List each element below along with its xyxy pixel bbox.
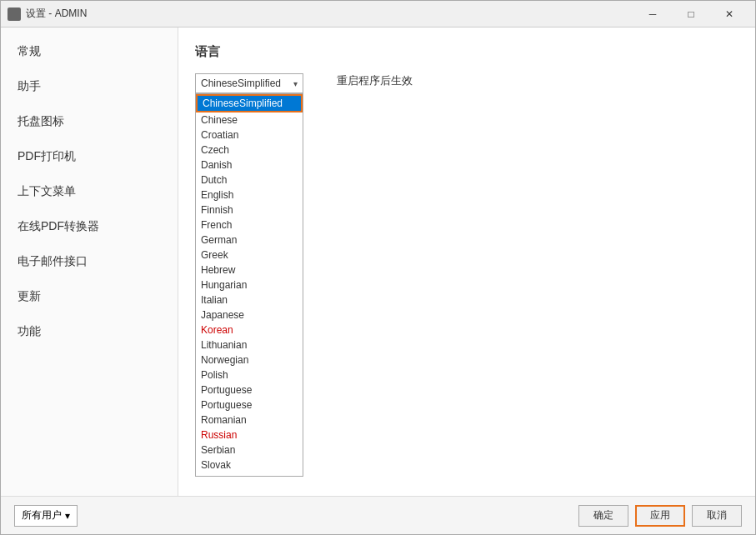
language-dropdown-button[interactable]: ChineseSimplified ▾ — [195, 73, 303, 93]
sidebar-item-tray-icon[interactable]: 托盘图标 — [1, 104, 178, 139]
language-option-serbian[interactable]: Serbian — [196, 442, 303, 458]
sidebar: 常规 助手 托盘图标 PDF打印机 上下文菜单 在线PDF转换器 电子邮件接口 … — [1, 28, 178, 496]
language-option-japanese[interactable]: Japanese — [196, 308, 303, 322]
window-body: 常规 助手 托盘图标 PDF打印机 上下文菜单 在线PDF转换器 电子邮件接口 … — [1, 28, 755, 496]
restart-hint: 重启程序后生效 — [337, 73, 413, 88]
language-option-french[interactable]: French — [196, 218, 303, 232]
section-title: 语言 — [195, 44, 738, 60]
language-dropdown-list[interactable]: ChineseSimplified Chinese Croatian Czech… — [195, 93, 303, 477]
language-option-hungarian[interactable]: Hungarian — [196, 278, 303, 292]
user-dropdown-arrow-icon: ▾ — [65, 510, 70, 522]
language-option-polish[interactable]: Polish — [196, 368, 303, 382]
language-option-chinese[interactable]: Chinese — [196, 112, 303, 128]
footer-right: 确定 应用 取消 — [578, 505, 742, 527]
language-option-slovenian[interactable]: Slovenian — [196, 472, 303, 477]
sidebar-item-email-interface[interactable]: 电子邮件接口 — [1, 244, 178, 279]
footer: 所有用户 ▾ 确定 应用 取消 — [1, 496, 755, 534]
apply-button[interactable]: 应用 — [635, 505, 685, 527]
dropdown-arrow-icon: ▾ — [293, 79, 298, 88]
app-icon — [8, 8, 21, 21]
cancel-button[interactable]: 取消 — [692, 505, 742, 527]
language-option-italian[interactable]: Italian — [196, 292, 303, 308]
title-bar-left: 设置 - ADMIN — [8, 7, 87, 21]
sidebar-item-assistant[interactable]: 助手 — [1, 69, 178, 104]
language-option-croatian[interactable]: Croatian — [196, 128, 303, 142]
sidebar-item-general[interactable]: 常规 — [1, 34, 178, 69]
language-option-danish[interactable]: Danish — [196, 158, 303, 172]
user-dropdown-label: 所有用户 — [22, 508, 62, 522]
language-option-hebrew[interactable]: Hebrew — [196, 262, 303, 278]
language-option-norwegian[interactable]: Norwegian — [196, 352, 303, 368]
language-option-finnish[interactable]: Finnish — [196, 202, 303, 218]
settings-window: 设置 - ADMIN ─ □ ✕ 常规 助手 托盘图标 PDF打印机 上下文菜单 — [0, 0, 756, 535]
language-option-romanian[interactable]: Romanian — [196, 412, 303, 428]
window-title: 设置 - ADMIN — [26, 7, 87, 21]
user-dropdown[interactable]: 所有用户 ▾ — [14, 505, 78, 527]
language-option-german[interactable]: German — [196, 232, 303, 248]
sidebar-item-updates[interactable]: 更新 — [1, 279, 178, 314]
language-option-dutch[interactable]: Dutch — [196, 172, 303, 188]
sidebar-item-context-menu[interactable]: 上下文菜单 — [1, 174, 178, 209]
sidebar-item-online-converter[interactable]: 在线PDF转换器 — [1, 209, 178, 244]
sidebar-item-pdf-printer[interactable]: PDF打印机 — [1, 139, 178, 174]
confirm-button[interactable]: 确定 — [578, 505, 628, 527]
language-option-english[interactable]: English — [196, 188, 303, 202]
language-option-slovak[interactable]: Slovak — [196, 458, 303, 472]
language-option-korean[interactable]: Korean — [196, 322, 303, 338]
language-current-value: ChineseSimplified — [201, 78, 281, 89]
language-option-chinesesimplified[interactable]: ChineseSimplified — [196, 94, 303, 112]
language-option-portuguese2[interactable]: Portuguese — [196, 398, 303, 412]
dropdown-area: ChineseSimplified ▾ ChineseSimplified Ch… — [195, 73, 738, 93]
language-option-greek[interactable]: Greek — [196, 248, 303, 262]
main-content: 语言 ChineseSimplified ▾ ChineseSimplified… — [178, 28, 755, 496]
language-dropdown-wrapper: ChineseSimplified ▾ ChineseSimplified Ch… — [195, 73, 303, 93]
language-option-czech[interactable]: Czech — [196, 142, 303, 158]
language-option-lithuanian[interactable]: Lithuanian — [196, 338, 303, 352]
footer-left: 所有用户 ▾ — [14, 505, 78, 527]
language-option-portuguese1[interactable]: Portuguese — [196, 382, 303, 398]
language-option-russian[interactable]: Russian — [196, 428, 303, 442]
close-button[interactable]: ✕ — [710, 1, 748, 28]
sidebar-item-features[interactable]: 功能 — [1, 314, 178, 349]
title-buttons: ─ □ ✕ — [633, 1, 748, 28]
maximize-button[interactable]: □ — [672, 1, 710, 28]
title-bar: 设置 - ADMIN ─ □ ✕ — [1, 1, 755, 28]
minimize-button[interactable]: ─ — [633, 1, 672, 28]
